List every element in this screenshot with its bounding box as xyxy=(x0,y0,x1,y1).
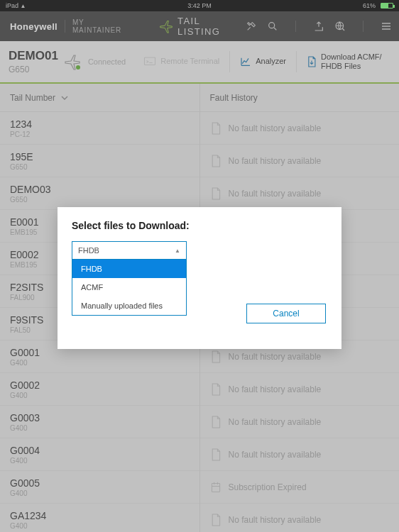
file-type-select[interactable]: FHDB ▲ xyxy=(72,241,187,260)
dropdown-option[interactable]: Manually uploaded files xyxy=(72,297,186,315)
file-type-dropdown: FHDBACMFManually uploaded files xyxy=(72,260,187,316)
cancel-label: Cancel xyxy=(273,309,299,318)
dropdown-option[interactable]: FHDB xyxy=(72,260,186,278)
download-modal: Select files to Download: FHDB ▲ FHDBACM… xyxy=(58,207,341,349)
caret-up-icon: ▲ xyxy=(175,248,180,254)
selected-value: FHDB xyxy=(78,246,99,255)
dropdown-option[interactable]: ACMF xyxy=(72,278,186,297)
modal-title: Select files to Download: xyxy=(72,220,327,231)
cancel-button[interactable]: Cancel xyxy=(246,304,326,323)
